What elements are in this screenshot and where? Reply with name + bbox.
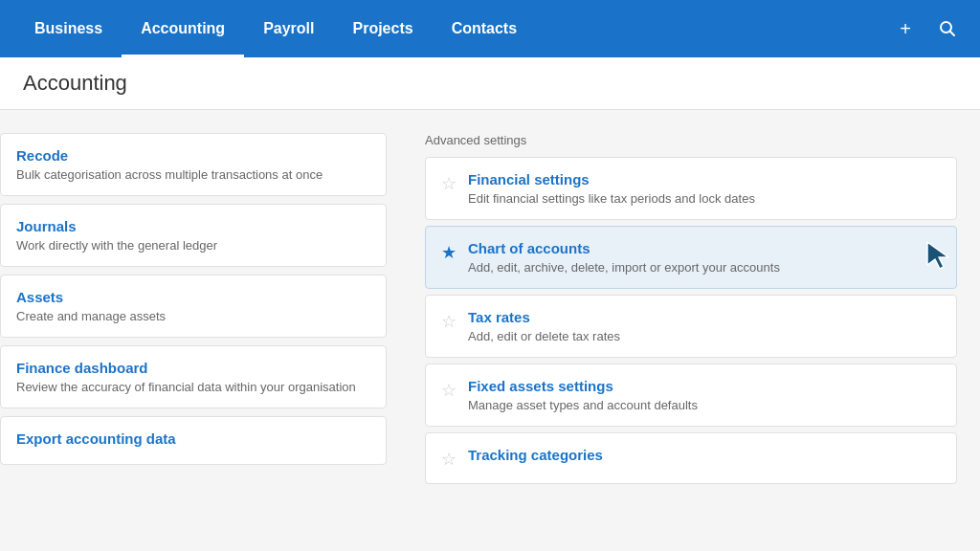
top-nav: Business Accounting Payroll Projects Con… [0, 0, 980, 57]
nav-right-actions: + [888, 11, 965, 46]
adv-item-chart-of-accounts[interactable]: ★ Chart of accounts Add, edit, archive, … [425, 226, 957, 289]
star-tracking-categories-icon[interactable]: ☆ [441, 449, 457, 470]
menu-item-assets-desc: Create and manage assets [16, 309, 370, 323]
menu-item-journals-title: Journals [16, 218, 370, 234]
advanced-settings-label: Advanced settings [425, 133, 957, 147]
menu-item-assets-title: Assets [16, 289, 370, 305]
star-fixed-assets-icon[interactable]: ☆ [441, 380, 457, 401]
left-panel: Recode Bulk categorisation across multip… [0, 110, 402, 551]
adv-item-tracking-categories-content: Tracking categories [468, 447, 941, 467]
adv-item-financial-settings-content: Financial settings Edit financial settin… [468, 171, 941, 206]
svg-marker-2 [927, 242, 948, 269]
menu-item-export-title: Export accounting data [16, 430, 370, 447]
adv-item-chart-accounts-title: Chart of accounts [468, 240, 941, 256]
star-financial-settings-icon[interactable]: ☆ [441, 173, 457, 194]
nav-accounting[interactable]: Accounting [122, 0, 244, 57]
adv-item-chart-accounts-desc: Add, edit, archive, delete, import or ex… [468, 260, 941, 275]
nav-projects[interactable]: Projects [334, 0, 433, 57]
menu-item-export[interactable]: Export accounting data [0, 416, 387, 465]
search-button[interactable] [930, 11, 965, 46]
adv-item-tax-rates-content: Tax rates Add, edit or delete tax rates [468, 309, 941, 343]
adv-item-tax-rates-title: Tax rates [468, 309, 941, 325]
adv-item-financial-settings[interactable]: ☆ Financial settings Edit financial sett… [425, 157, 957, 220]
adv-item-fixed-assets[interactable]: ☆ Fixed assets settings Manage asset typ… [425, 364, 957, 427]
menu-item-recode-title: Recode [16, 147, 370, 164]
adv-item-tracking-categories[interactable]: ☆ Tracking categories [425, 432, 957, 484]
nav-payroll[interactable]: Payroll [244, 0, 333, 57]
adv-item-tax-rates[interactable]: ☆ Tax rates Add, edit or delete tax rate… [425, 295, 957, 358]
menu-item-finance-dashboard[interactable]: Finance dashboard Review the accuracy of… [0, 345, 387, 408]
main-content: Recode Bulk categorisation across multip… [0, 110, 980, 551]
adv-item-financial-settings-title: Financial settings [468, 171, 941, 187]
right-panel: Advanced settings ☆ Financial settings E… [402, 110, 980, 551]
menu-item-finance-dashboard-title: Finance dashboard [16, 360, 370, 376]
star-tax-rates-icon[interactable]: ☆ [441, 311, 457, 332]
menu-item-journals-desc: Work directly with the general ledger [16, 238, 370, 253]
menu-item-recode[interactable]: Recode Bulk categorisation across multip… [0, 133, 387, 196]
star-chart-accounts-icon[interactable]: ★ [441, 242, 457, 263]
adv-item-fixed-assets-desc: Manage asset types and account defaults [468, 398, 941, 412]
menu-item-finance-dashboard-desc: Review the accuracy of financial data wi… [16, 380, 370, 394]
nav-business[interactable]: Business [15, 0, 122, 57]
adv-item-fixed-assets-content: Fixed assets settings Manage asset types… [468, 378, 941, 412]
menu-item-recode-desc: Bulk categorisation across multiple tran… [16, 167, 370, 182]
adv-item-fixed-assets-title: Fixed assets settings [468, 378, 941, 394]
svg-line-1 [950, 32, 955, 36]
page-title: Accounting [23, 71, 127, 95]
add-button[interactable]: + [888, 11, 923, 46]
menu-item-journals[interactable]: Journals Work directly with the general … [0, 204, 387, 267]
adv-item-tracking-categories-title: Tracking categories [468, 447, 941, 463]
page-header: Accounting [0, 57, 980, 110]
adv-item-tax-rates-desc: Add, edit or delete tax rates [468, 329, 941, 343]
adv-item-chart-accounts-content: Chart of accounts Add, edit, archive, de… [468, 240, 941, 275]
adv-item-financial-settings-desc: Edit financial settings like tax periods… [468, 191, 941, 206]
menu-item-assets[interactable]: Assets Create and manage assets [0, 275, 387, 338]
nav-contacts[interactable]: Contacts [433, 0, 536, 57]
